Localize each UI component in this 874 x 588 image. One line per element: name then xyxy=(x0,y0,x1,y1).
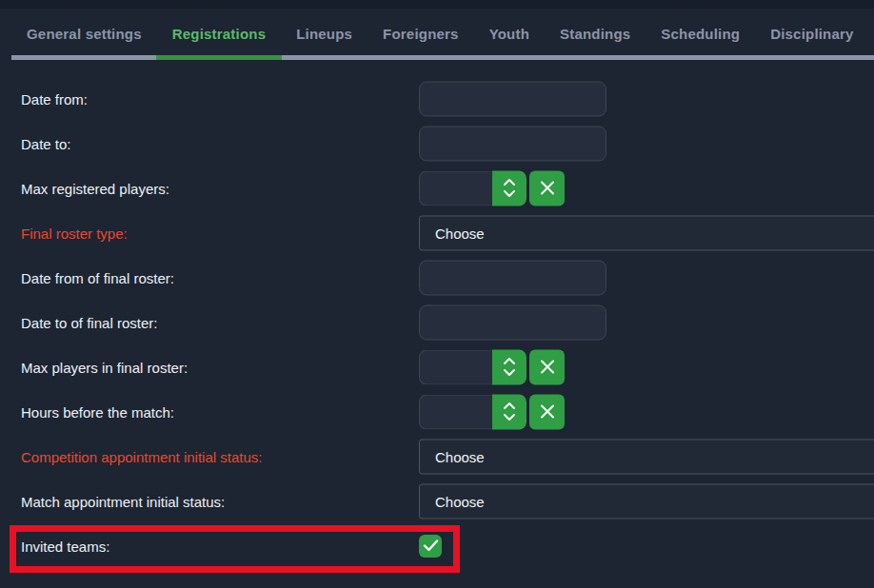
chevron-up-icon[interactable] xyxy=(503,358,516,365)
date-to-input[interactable] xyxy=(419,126,606,161)
date-to-of-final-roster-input[interactable] xyxy=(419,304,606,340)
max-registered-players-label: Max registered players: xyxy=(21,180,169,196)
date-to-of-final-roster-label: Date to of final roster: xyxy=(21,314,157,330)
max-registered-players-control xyxy=(419,170,565,206)
max-registered-players-clear-button[interactable] xyxy=(529,170,565,206)
max-players-in-final-roster-input[interactable] xyxy=(419,349,492,384)
final-roster-type-select[interactable]: Choose xyxy=(419,215,874,250)
close-icon xyxy=(538,179,557,198)
match-appointment-initial-status-select-value: Choose xyxy=(435,493,485,509)
date-to-label: Date to: xyxy=(21,135,71,151)
competition-appointment-initial-status-control: Choose xyxy=(419,439,874,474)
tab-bar: General settingsRegistrationsLineupsFore… xyxy=(0,0,874,60)
invited-teams-label: Invited teams: xyxy=(21,538,109,554)
tab-standings[interactable]: Standings xyxy=(560,26,630,42)
date-to-of-final-roster-control xyxy=(419,304,606,340)
match-appointment-initial-status-label: Match appointment initial status: xyxy=(21,493,225,509)
tab-disciplinary[interactable]: Disciplinary xyxy=(770,26,853,42)
date-from-label: Date from: xyxy=(21,90,88,107)
max-players-in-final-roster-stepper[interactable] xyxy=(492,349,526,384)
chevron-up-icon[interactable] xyxy=(503,179,516,186)
tab-general-settings[interactable]: General settings xyxy=(27,26,142,42)
check-icon xyxy=(423,539,439,552)
date-from-input[interactable] xyxy=(419,81,606,116)
active-tab-underline xyxy=(156,55,282,60)
invited-teams-checkbox[interactable] xyxy=(419,535,442,558)
settings-form: Date from:Date to:Max registered players… xyxy=(0,76,874,568)
close-icon xyxy=(538,402,557,421)
chevron-up-icon[interactable] xyxy=(503,402,516,410)
date-from-control xyxy=(419,81,606,116)
max-registered-players-input[interactable] xyxy=(419,170,492,206)
form-row-invited-teams: Invited teams: xyxy=(0,523,874,568)
tab-youth[interactable]: Youth xyxy=(489,26,529,42)
form-row-date-to-of-final-roster: Date to of final roster: xyxy=(0,300,874,344)
form-row-hours-before-the-match: Hours before the match: xyxy=(0,389,874,434)
form-row-date-from-of-final-roster: Date from of final roster: xyxy=(0,255,874,300)
form-row-date-from: Date from: xyxy=(0,76,874,121)
max-registered-players-stepper[interactable] xyxy=(492,170,526,206)
match-appointment-initial-status-select[interactable]: Choose xyxy=(419,483,874,519)
hours-before-the-match-stepper[interactable] xyxy=(492,394,526,429)
hours-before-the-match-clear-button[interactable] xyxy=(529,394,565,429)
date-from-of-final-roster-label: Date from of final roster: xyxy=(21,269,174,285)
tab-registrations[interactable]: Registrations xyxy=(172,26,266,42)
date-from-of-final-roster-input[interactable] xyxy=(419,260,606,295)
form-row-competition-appointment-initial-status: Competition appointment initial status:C… xyxy=(0,434,874,479)
chevron-down-icon[interactable] xyxy=(503,369,516,377)
chevron-down-icon[interactable] xyxy=(503,414,516,421)
final-roster-type-control: Choose xyxy=(419,215,874,250)
date-from-of-final-roster-control xyxy=(419,260,606,295)
match-appointment-initial-status-control: Choose xyxy=(419,483,874,519)
form-row-match-appointment-initial-status: Match appointment initial status:Choose xyxy=(0,479,874,523)
hours-before-the-match-input[interactable] xyxy=(419,394,492,429)
tab-lineups[interactable]: Lineups xyxy=(296,26,352,42)
max-players-in-final-roster-label: Max players in final roster: xyxy=(21,359,188,375)
tab-foreigners[interactable]: Foreigners xyxy=(383,26,459,42)
chevron-down-icon[interactable] xyxy=(503,190,516,198)
date-to-control xyxy=(419,126,606,161)
form-row-date-to: Date to: xyxy=(0,121,874,166)
form-row-final-roster-type: Final roster type:Choose xyxy=(0,210,874,255)
final-roster-type-select-value: Choose xyxy=(435,225,485,241)
form-row-max-players-in-final-roster: Max players in final roster: xyxy=(0,344,874,389)
form-row-max-registered-players: Max registered players: xyxy=(0,166,874,210)
final-roster-type-label: Final roster type: xyxy=(21,225,128,241)
invited-teams-control xyxy=(419,535,442,558)
competition-appointment-initial-status-select[interactable]: Choose xyxy=(419,439,874,474)
close-icon xyxy=(538,358,557,377)
tab-scheduling[interactable]: Scheduling xyxy=(661,26,740,42)
tab-underline xyxy=(11,55,874,60)
max-players-in-final-roster-control xyxy=(419,349,565,384)
max-players-in-final-roster-clear-button[interactable] xyxy=(529,349,565,384)
hours-before-the-match-label: Hours before the match: xyxy=(21,403,174,420)
hours-before-the-match-control xyxy=(419,394,565,429)
competition-appointment-initial-status-label: Competition appointment initial status: xyxy=(21,448,262,464)
competition-appointment-initial-status-select-value: Choose xyxy=(435,448,485,464)
